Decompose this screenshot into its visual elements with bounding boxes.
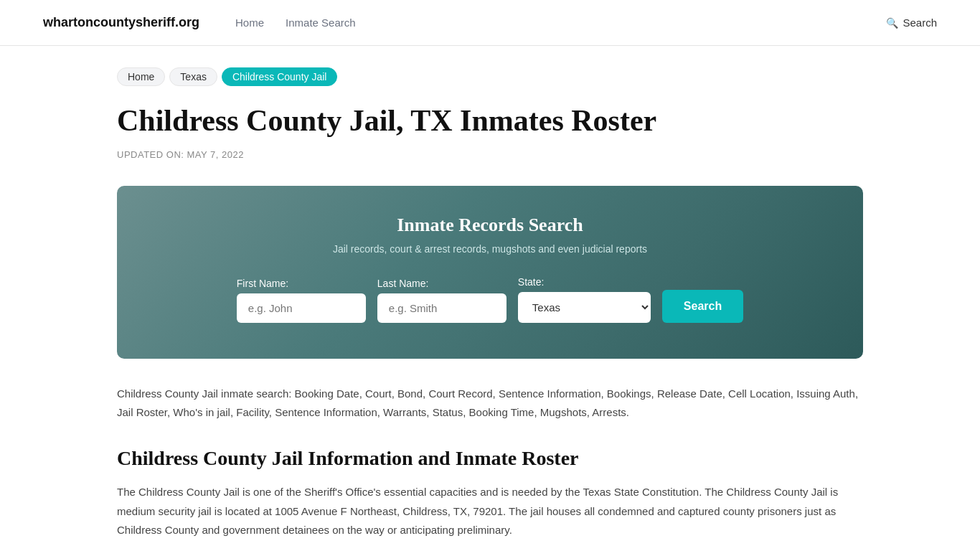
updated-label: UPDATED ON: MAY 7, 2022 [117, 149, 863, 160]
updated-prefix: UPDATED ON: [117, 149, 184, 160]
state-group: State: AlabamaAlaskaArizonaArkansasCalif… [518, 276, 651, 323]
search-form: First Name: Last Name: State: AlabamaAla… [160, 276, 820, 323]
state-label: State: [518, 276, 545, 288]
section-heading: Childress County Jail Information and In… [117, 447, 863, 470]
last-name-input[interactable] [377, 293, 507, 323]
navbar-search[interactable]: 🔍 Search [886, 17, 937, 29]
state-select[interactable]: AlabamaAlaskaArizonaArkansasCaliforniaCo… [518, 292, 651, 323]
main-content: Home Texas Childress County Jail Childre… [88, 46, 892, 551]
last-name-group: Last Name: [377, 278, 507, 323]
last-name-label: Last Name: [377, 278, 429, 289]
navbar-search-label: Search [903, 17, 937, 29]
search-box: Inmate Records Search Jail records, cour… [117, 186, 863, 359]
search-button[interactable]: Search [662, 290, 743, 323]
nav-links: Home Inmate Search [235, 17, 857, 29]
navbar: whartoncountysheriff.org Home Inmate Sea… [0, 0, 980, 46]
first-name-input[interactable] [237, 293, 366, 323]
nav-home[interactable]: Home [235, 17, 264, 29]
breadcrumb-home[interactable]: Home [117, 67, 165, 86]
site-brand[interactable]: whartoncountysheriff.org [43, 15, 199, 30]
search-box-title: Inmate Records Search [160, 215, 820, 236]
section-body: The Childress County Jail is one of the … [117, 483, 863, 540]
breadcrumb-county[interactable]: Childress County Jail [222, 67, 338, 86]
search-box-subtitle: Jail records, court & arrest records, mu… [160, 243, 820, 255]
breadcrumb: Home Texas Childress County Jail [117, 67, 863, 86]
description-text: Childress County Jail inmate search: Boo… [117, 385, 863, 421]
page-title: Childress County Jail, TX Inmates Roster [117, 103, 863, 138]
breadcrumb-texas[interactable]: Texas [169, 67, 217, 86]
first-name-label: First Name: [237, 278, 288, 289]
nav-inmate-search[interactable]: Inmate Search [286, 17, 356, 29]
search-icon: 🔍 [886, 17, 898, 29]
first-name-group: First Name: [237, 278, 366, 323]
updated-date: MAY 7, 2022 [187, 149, 244, 160]
